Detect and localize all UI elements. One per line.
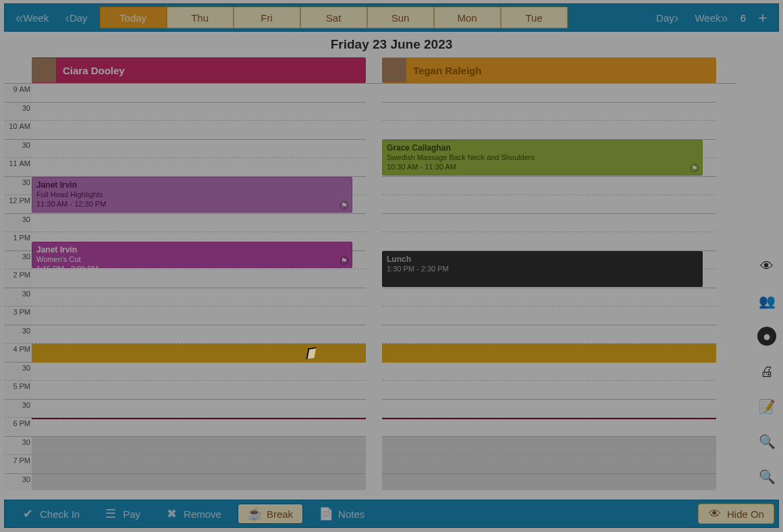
grid-cell[interactable] — [382, 195, 716, 214]
grid-cell[interactable] — [32, 103, 366, 122]
appointment-client: Grace Callaghan — [387, 143, 698, 153]
grid-cell[interactable] — [382, 232, 716, 251]
time-slot: 4PM — [4, 344, 32, 363]
time-slot: 30 — [4, 288, 32, 307]
grid-cell[interactable] — [382, 381, 716, 400]
bottom-action-bar: ✔ Check In ☰ Pay ✖ Remove ☕ Break 📄 Note… — [4, 500, 779, 528]
time-slot: 30 — [4, 177, 32, 196]
appointment-service: Full Head Highlights — [36, 190, 348, 199]
grid-cell[interactable] — [382, 307, 716, 325]
date-title: Friday 23 June 2023 — [0, 37, 783, 52]
grid-cell[interactable] — [382, 214, 716, 233]
break-button[interactable]: ☕ Break — [238, 504, 303, 524]
grid-cell[interactable] — [382, 177, 716, 196]
nav-right-group: Day › Week » 6 ＋ — [648, 4, 776, 31]
eye-icon: 👁 — [708, 507, 722, 521]
appointment-service: Women's Cut — [36, 255, 348, 264]
grid-cell[interactable] — [32, 363, 366, 381]
grid-cell[interactable] — [382, 437, 716, 456]
time-slot: 30 — [4, 474, 32, 491]
zoom-out-icon[interactable]: 🔍 — [757, 432, 776, 451]
grid-cell[interactable] — [32, 158, 366, 177]
grid-cell[interactable] — [32, 214, 366, 233]
remove-button[interactable]: ✖ Remove — [153, 500, 234, 527]
chevron-right-icon: › — [674, 10, 678, 26]
grid-cell[interactable] — [382, 84, 716, 103]
grid-cell[interactable] — [32, 121, 366, 140]
grid-cell[interactable] — [382, 418, 716, 437]
grid-cell[interactable] — [382, 121, 716, 140]
grid-cell[interactable] — [32, 140, 366, 159]
appointment[interactable]: Lunch1:30 PM - 2:30 PM — [382, 251, 703, 287]
appointment-time: 10:30 AM - 11:30 AM — [387, 162, 698, 171]
waiting-icon[interactable]: 👥 — [757, 292, 776, 311]
pay-button[interactable]: ☰ Pay — [92, 500, 153, 527]
zoom-in-icon[interactable]: 🔍 — [757, 467, 776, 486]
day-tab-sat[interactable]: Sat — [300, 7, 367, 28]
time-slot: 9AM — [4, 84, 32, 103]
day-tab-today[interactable]: Today — [100, 7, 167, 28]
grid-cell[interactable] — [32, 418, 366, 437]
double-chevron-right-icon: » — [721, 10, 727, 26]
next-week-button[interactable]: Week » — [686, 4, 736, 31]
time-slot: 30 — [4, 214, 32, 233]
print-icon[interactable]: 🖨 — [757, 362, 776, 381]
grid-cell[interactable] — [382, 455, 716, 474]
flag-icon: ⚑ — [340, 201, 349, 210]
highlight-band — [32, 344, 366, 363]
grid-cell[interactable] — [32, 325, 366, 344]
grid-cell[interactable] — [32, 84, 366, 103]
notes-icon[interactable]: 📝 — [757, 397, 776, 416]
day-tab-mon[interactable]: Mon — [434, 7, 501, 28]
grid-cell[interactable] — [32, 437, 366, 456]
time-slot: 10AM — [4, 121, 32, 140]
clock-icon[interactable]: ● — [757, 327, 776, 346]
grid-cell[interactable] — [382, 288, 716, 307]
flag-icon: ⚑ — [340, 256, 349, 265]
grid-cell[interactable] — [32, 455, 366, 474]
grid-cell[interactable] — [32, 381, 366, 400]
appointment-client: Lunch — [387, 255, 698, 264]
schedule-column-1[interactable]: Grace CallaghanSwedish Massage Back Neck… — [382, 84, 716, 490]
coffee-icon: ☕ — [248, 507, 261, 521]
day-tab-tue[interactable]: Tue — [501, 7, 568, 28]
time-slot: 30 — [4, 325, 32, 344]
flag-icon: ⚑ — [690, 163, 699, 173]
appointment[interactable]: Grace CallaghanSwedish Massage Back Neck… — [382, 140, 703, 176]
time-slot: 6PM — [4, 418, 32, 437]
grid-cell[interactable] — [382, 400, 716, 419]
time-slot: 12PM — [4, 195, 32, 214]
grid-cell[interactable] — [32, 400, 366, 419]
appointment[interactable]: Janet IrvinWomen's Cut1:15 PM - 2:00 PM⚑ — [32, 242, 352, 268]
checkin-button[interactable]: ✔ Check In — [9, 500, 92, 527]
visibility-icon[interactable]: 👁 — [757, 257, 776, 275]
time-slot: 30 — [4, 140, 32, 159]
day-tabs: TodayThuFriSatSunMonTue — [100, 7, 568, 28]
pay-icon: ☰ — [104, 507, 117, 521]
appointment-client: Janet Irvin — [36, 180, 348, 190]
notes-button[interactable]: 📄 Notes — [307, 500, 377, 527]
grid-cell[interactable] — [382, 325, 716, 344]
grid-cell[interactable] — [382, 474, 716, 491]
staff-header-row: Ciara Dooley Tegan Raleigh — [32, 57, 736, 83]
grid-cell[interactable] — [382, 363, 716, 381]
schedule-column-0[interactable]: Janet IrvinFull Head Highlights11:30 AM … — [32, 84, 366, 490]
time-slot: 30 — [4, 103, 32, 122]
appointment[interactable]: Janet IrvinFull Head Highlights11:30 AM … — [32, 177, 352, 213]
day-tab-thu[interactable]: Thu — [167, 7, 234, 28]
add-view-button[interactable]: ＋ — [750, 7, 776, 28]
day-tab-sun[interactable]: Sun — [367, 7, 434, 28]
staff-header-0[interactable]: Ciara Dooley — [32, 57, 366, 83]
grid-cell[interactable] — [382, 103, 716, 122]
grid-cell[interactable] — [32, 307, 366, 325]
prev-week-button[interactable]: « Week — [7, 4, 57, 31]
time-slot: 7PM — [4, 455, 32, 474]
next-day-button[interactable]: Day › — [648, 4, 686, 31]
grid-cell[interactable] — [32, 288, 366, 307]
staff-header-1[interactable]: Tegan Raleigh — [382, 57, 716, 83]
grid-cell[interactable] — [32, 474, 366, 491]
prev-day-button[interactable]: ‹ Day — [57, 4, 95, 31]
hide-toggle-button[interactable]: 👁 Hide On — [698, 504, 774, 524]
day-tab-fri[interactable]: Fri — [234, 7, 300, 28]
time-slot: 30 — [4, 400, 32, 419]
